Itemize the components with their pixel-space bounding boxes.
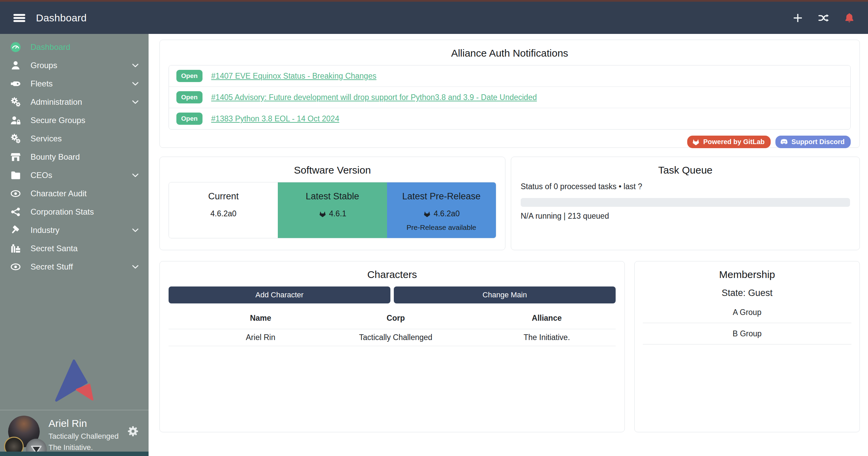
characters-table: NameCorpAlliance Ariel RinTactically Cha… [169, 308, 616, 346]
share-icon [10, 206, 21, 217]
sidebar-item-label: Secret Stuff [31, 262, 73, 272]
sidebar-item-corporation-stats[interactable]: Corporation Stats [0, 203, 149, 221]
sidebar-item-label: CEOs [31, 171, 52, 180]
software-version-card: Software Version Current4.6.2a0Latest St… [159, 157, 505, 250]
gitlab-icon [423, 210, 431, 218]
status-badge: Open [176, 91, 202, 103]
user-avatar [8, 416, 40, 448]
version-cell-label: Latest Pre-Release [387, 191, 496, 202]
sidebar-item-bounty-board[interactable]: Bounty Board [0, 148, 149, 166]
alliance-auth-logo [0, 359, 149, 402]
add-button[interactable] [792, 12, 804, 24]
notifications-title: Alliance Auth Notifications [169, 47, 851, 59]
column-header-alliance: Alliance [478, 314, 616, 323]
character-alliance: The Initiative. [478, 333, 616, 342]
change-main-button[interactable]: Change Main [394, 286, 616, 303]
content-area: Alliance Auth Notifications Open#1407 EV… [149, 34, 868, 456]
sidebar-item-industry[interactable]: Industry [0, 221, 149, 239]
software-version-title: Software Version [160, 164, 505, 176]
sidebar-item-label: Industry [31, 225, 59, 235]
task-queue-card: Task Queue Status of 0 processed tasks •… [511, 157, 860, 250]
sidebar-item-dashboard[interactable]: Dashboard [0, 38, 149, 56]
gears-icon [10, 97, 21, 107]
notifications-card: Alliance Auth Notifications Open#1407 EV… [159, 40, 860, 148]
menu-hamburger-button[interactable] [13, 12, 26, 24]
sidebar-item-label: Character Audit [31, 189, 86, 198]
membership-card: Membership State: Guest A GroupB Group [634, 261, 860, 432]
tachometer-icon [10, 42, 21, 53]
sidebar-item-ceos[interactable]: CEOs [0, 166, 149, 184]
sidebar-item-label: Fleets [31, 79, 53, 88]
chevron-down-icon [131, 226, 140, 235]
user-icon [10, 60, 21, 71]
sidebar-item-secret-stuff[interactable]: Secret Stuff [0, 258, 149, 276]
hammer-icon [10, 225, 21, 236]
sidebar-menu: DashboardGroupsFleetsAdministrationSecur… [0, 34, 149, 276]
gifts-icon [10, 243, 21, 254]
page-title: Dashboard [36, 12, 86, 24]
version-number: 4.6.1 [278, 209, 387, 218]
task-queue-counts: N/A running | 213 queued [521, 212, 850, 221]
status-badge: Open [176, 113, 202, 125]
gears-icon [10, 133, 21, 144]
character-row: Ariel RinTactically ChallengedThe Initia… [169, 329, 616, 346]
user-lock-icon [10, 115, 21, 126]
user-info: Ariel Rin Tactically Challenged The Init… [49, 416, 119, 453]
character-name: Ariel Rin [208, 333, 313, 342]
sidebar-item-groups[interactable]: Groups [0, 56, 149, 75]
status-badge: Open [176, 70, 202, 82]
user-panel: Ariel Rin Tactically Challenged The Init… [0, 410, 149, 456]
version-cell-label: Latest Stable [278, 191, 387, 202]
eye-icon [10, 261, 21, 272]
navbar-actions [792, 12, 855, 24]
notifications-footer: Powered by GitLabSupport Discord [169, 136, 851, 148]
top-navbar: Dashboard [0, 2, 868, 34]
version-cell-latest-pre-release: Latest Pre-Release4.6.2a0Pre-Release ava… [387, 182, 496, 238]
version-note: Pre-Release available [387, 223, 496, 232]
character-corp: Tactically Challenged [313, 333, 478, 342]
sidebar-item-secret-santa[interactable]: Secret Santa [0, 239, 149, 258]
notification-link[interactable]: #1407 EVE Equinox Status - Breaking Chan… [211, 72, 377, 81]
sidebar-item-administration[interactable]: Administration [0, 93, 149, 111]
random-button[interactable] [818, 12, 829, 24]
notification-link[interactable]: #1405 Advisory: Future development will … [211, 93, 537, 102]
eye-icon [10, 188, 21, 199]
sidebar-item-services[interactable]: Services [0, 130, 149, 148]
sidebar-item-character-audit[interactable]: Character Audit [0, 184, 149, 203]
sidebar-bottom-strip [0, 452, 149, 456]
characters-card: Characters Add CharacterChange Main Name… [159, 261, 625, 432]
discord-icon [780, 138, 788, 146]
row-characters-membership: Characters Add CharacterChange Main Name… [159, 261, 860, 432]
notification-link[interactable]: #1383 Python 3.8 EOL - 14 Oct 2024 [211, 114, 340, 123]
membership-state: State: Guest [643, 288, 851, 298]
sidebar-item-label: Bounty Board [31, 152, 80, 162]
discord-badge-link[interactable]: Support Discord [775, 136, 851, 148]
gitlab-icon [692, 138, 700, 146]
chevron-down-icon [131, 98, 140, 106]
chevron-down-icon [131, 61, 140, 70]
notifications-bell-button[interactable] [844, 12, 855, 24]
sidebar-item-label: Secure Groups [31, 116, 85, 125]
task-queue-progressbar [521, 198, 850, 207]
group-row-a-group: A Group [643, 308, 851, 323]
sidebar-item-fleets[interactable]: Fleets [0, 75, 149, 93]
version-cell-latest-stable: Latest Stable4.6.1 [278, 182, 387, 238]
sidebar-item-secure-groups[interactable]: Secure Groups [0, 111, 149, 130]
version-number: 4.6.2a0 [387, 209, 496, 218]
membership-groups: A GroupB Group [643, 308, 851, 344]
version-cell-current: Current4.6.2a0 [169, 182, 278, 238]
characters-table-body: Ariel RinTactically ChallengedThe Initia… [169, 329, 616, 346]
user-settings-gear-icon[interactable] [127, 425, 139, 437]
sidebar-item-label: Services [31, 134, 62, 143]
sidebar-item-label: Corporation Stats [31, 207, 94, 217]
characters-buttons: Add CharacterChange Main [169, 286, 616, 303]
add-character-button[interactable]: Add Character [169, 286, 390, 303]
version-table: Current4.6.2a0Latest Stable4.6.1Latest P… [169, 182, 496, 238]
gitlab-badge-link[interactable]: Powered by GitLab [687, 136, 771, 148]
membership-title: Membership [643, 269, 851, 280]
task-queue-title: Task Queue [521, 164, 850, 176]
version-cell-label: Current [169, 191, 278, 202]
notifications-list: Open#1407 EVE Equinox Status - Breaking … [169, 65, 851, 130]
sidebar-item-label: Dashboard [31, 42, 70, 52]
task-queue-status: Status of 0 processed tasks • last ? [521, 182, 850, 191]
